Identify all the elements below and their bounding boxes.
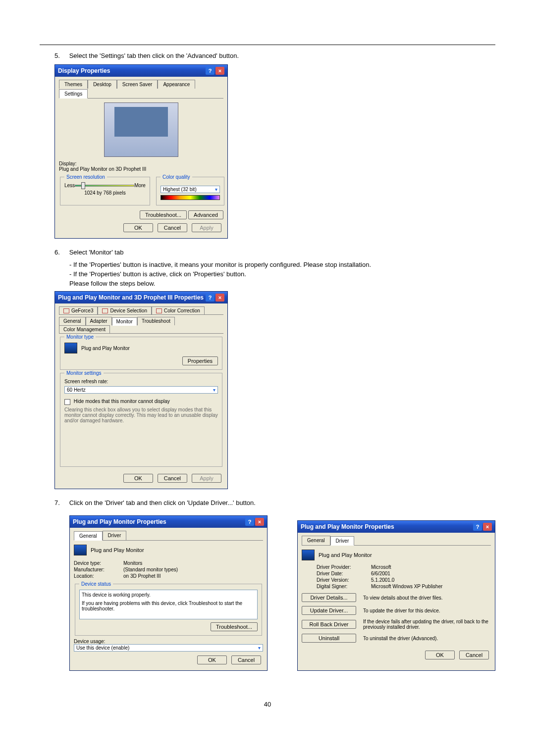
hide-modes-label: Hide modes that this monitor cannot disp… (74, 399, 170, 404)
resolution-legend: Screen resolution (64, 174, 107, 180)
ok-button[interactable]: OK (425, 651, 455, 659)
tab-general[interactable]: General (74, 531, 103, 541)
close-icon[interactable]: × (255, 518, 264, 526)
tab-screensaver[interactable]: Screen Saver (117, 80, 158, 89)
step-6-num: 6. (54, 249, 67, 256)
tab-geforce3[interactable]: GeForce3 (59, 306, 98, 314)
chevron-down-icon: ▾ (215, 187, 217, 192)
step-5: 5. Select the 'Settings' tab then click … (54, 52, 495, 59)
help-icon[interactable]: ? (206, 67, 214, 75)
refresh-rate-select[interactable]: 60 Hertz ▾ (64, 386, 218, 394)
title-text: Plug and Play Monitor Properties (73, 518, 166, 525)
apply-button[interactable]: Apply (192, 474, 221, 483)
help-icon[interactable]: ? (245, 518, 254, 526)
driver-version-label: Driver Version: (317, 577, 371, 583)
cancel-button[interactable]: Cancel (158, 223, 187, 232)
manufacturer-label: Manufacturer: (74, 567, 123, 572)
colorquality-value: Highest (32 bit) (163, 187, 197, 192)
monitor-icon (74, 545, 87, 555)
step-6-text: Select 'Monitor' tab (69, 249, 124, 256)
uninstall-button[interactable]: Uninstall (302, 634, 356, 643)
tab-settings[interactable]: Settings (59, 89, 88, 99)
step-6-sub-c: Please follow the steps below. (69, 280, 495, 287)
digital-signer-label: Digital Signer: (317, 584, 371, 589)
refresh-rate-label: Screen refresh rate: (64, 379, 218, 384)
nv-icon (156, 308, 162, 313)
tab-appearance[interactable]: Appearance (158, 80, 195, 89)
advanced-button[interactable]: Advanced (188, 210, 223, 219)
tab-color-correction[interactable]: Color Correction (152, 306, 205, 314)
titlebar: Plug and Play Monitor and 3D Prophet III… (55, 292, 227, 303)
chevron-down-icon: ▾ (258, 645, 261, 651)
device-usage-label: Device usage: (74, 639, 263, 644)
close-icon[interactable]: × (483, 523, 492, 531)
tab-themes[interactable]: Themes (59, 80, 88, 89)
step-5-text: Select the 'Settings' tab then click on … (69, 52, 239, 59)
monitor-icon (302, 550, 315, 560)
help-icon[interactable]: ? (206, 294, 214, 302)
step-7: 7. Click on the 'Driver' tab and then cl… (54, 499, 495, 506)
device-status-line1: This device is working properly. (82, 592, 255, 598)
tab-adapter[interactable]: Adapter (86, 317, 112, 325)
uninstall-desc: To uninstall the driver (Advanced). (363, 636, 491, 641)
title-text: Plug and Play Monitor and 3D Prophet III… (58, 294, 204, 301)
apply-button[interactable]: Apply (192, 223, 221, 232)
driver-provider-label: Driver Provider: (317, 564, 371, 570)
colorquality-select[interactable]: Highest (32 bit) ▾ (160, 186, 220, 193)
tab-driver[interactable]: Driver (330, 536, 355, 546)
display-preview (104, 102, 178, 157)
colorquality-legend: Color quality (160, 174, 192, 180)
top-rule (40, 45, 495, 45)
rollback-driver-button[interactable]: Roll Back Driver (302, 620, 356, 629)
monitor-type-legend: Monitor type (64, 334, 96, 340)
close-icon[interactable]: × (215, 294, 224, 302)
device-status-box: This device is working properly. If you … (79, 590, 258, 619)
chevron-down-icon: ▾ (213, 387, 215, 393)
monitor-settings-legend: Monitor settings (64, 370, 104, 376)
cancel-button[interactable]: Cancel (459, 651, 489, 659)
troubleshoot-button[interactable]: Troubleshoot... (211, 622, 258, 631)
page-number: 40 (40, 701, 495, 708)
properties-button[interactable]: Properties (182, 356, 218, 365)
tab-troubleshoot[interactable]: Troubleshoot (137, 317, 175, 325)
ok-button[interactable]: OK (197, 655, 227, 664)
ok-button[interactable]: OK (123, 223, 153, 232)
resolution-slider[interactable] (75, 185, 134, 187)
nv-icon (102, 308, 108, 313)
nv-icon (63, 308, 69, 313)
pnp-header: Plug and Play Monitor (91, 547, 144, 553)
location-label: Location: (74, 573, 123, 579)
display-value: Plug and Play Monitor on 3D Prophet III (59, 166, 223, 172)
hide-modes-note: Clearing this check box allows you to se… (64, 407, 218, 423)
tab-general[interactable]: General (302, 536, 330, 545)
monitor-type-value: Plug and Play Monitor (81, 346, 130, 351)
tab-monitor[interactable]: Monitor (112, 317, 137, 326)
tab-driver[interactable]: Driver (103, 531, 127, 540)
display-properties-window: Display Properties ? × Themes Desktop Sc… (54, 64, 228, 239)
tab-device-selection[interactable]: Device Selection (98, 306, 151, 314)
display-label: Display: (59, 161, 223, 166)
close-icon[interactable]: × (215, 67, 224, 75)
tab-general[interactable]: General (59, 317, 86, 325)
refresh-rate-value: 60 Hertz (67, 387, 86, 393)
troubleshoot-button[interactable]: Troubleshoot... (140, 210, 187, 219)
manufacturer-value: (Standard monitor types) (123, 567, 178, 572)
pnp-driver-window: Plug and Play Monitor Properties ? × Gen… (297, 520, 495, 671)
tab-desktop[interactable]: Desktop (88, 80, 117, 89)
cancel-button[interactable]: Cancel (158, 474, 187, 483)
title-text: Plug and Play Monitor Properties (301, 523, 394, 530)
device-usage-select[interactable]: Use this device (enable) ▾ (74, 644, 263, 652)
title-text: Display Properties (58, 67, 110, 74)
step-6: 6. Select 'Monitor' tab (54, 249, 495, 256)
location-value: on 3D Prophet III (123, 573, 161, 579)
driver-date-label: Driver Date: (317, 571, 371, 576)
tabstrip: Themes Desktop Screen Saver Appearance S… (59, 80, 223, 99)
tab-color-management[interactable]: Color Management (59, 325, 110, 333)
update-driver-button[interactable]: Update Driver... (302, 606, 356, 615)
help-icon[interactable]: ? (473, 523, 482, 531)
cancel-button[interactable]: Cancel (231, 655, 261, 664)
ok-button[interactable]: OK (123, 474, 153, 483)
device-status-legend: Device status (79, 581, 113, 587)
driver-details-button[interactable]: Driver Details... (302, 593, 356, 602)
hide-modes-checkbox[interactable] (64, 399, 70, 405)
